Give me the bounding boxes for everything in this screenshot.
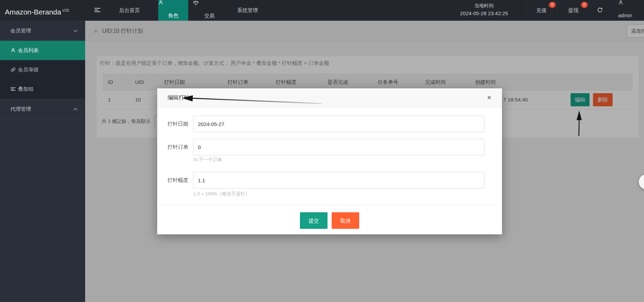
recharge-badge: 0	[549, 2, 556, 8]
inject-date-input[interactable]	[193, 116, 484, 132]
submit-button[interactable]: 提交	[300, 212, 328, 229]
edit-injection-modal: 编辑打针 × 打针日期 打针订单 0=下一个订单 打针幅度 1.0 = 100%…	[157, 88, 502, 234]
sidebar: 会员管理 会员列表 会员等级	[0, 21, 85, 302]
nav-item-roles[interactable]: 角色	[158, 0, 188, 21]
app-logo-text: Amazon-Beranda	[5, 8, 61, 16]
chevron-down-icon	[73, 30, 78, 32]
person-icon	[158, 0, 163, 5]
app-logo: Amazon-BerandaV20	[5, 0, 69, 21]
field-label-inject-date: 打针日期	[157, 116, 188, 132]
sidebar-group-member-label: 会员管理	[10, 28, 31, 33]
field-label-inject-order: 打针订单	[157, 139, 188, 155]
local-time: 当地时间 2024-05-28 23:42:25	[442, 0, 526, 21]
sidebar-group-member-management[interactable]: 会员管理	[0, 21, 85, 41]
app-logo-version: V20	[62, 8, 69, 12]
sidebar-item-member-level-label: 会员等级	[18, 67, 39, 72]
sidebar-item-member-list[interactable]: 会员列表	[0, 41, 85, 60]
local-time-label: 当地时间	[442, 3, 526, 9]
inject-order-input[interactable]	[193, 139, 484, 155]
refresh-icon	[597, 7, 603, 13]
nav-item-trade[interactable]: 交易	[193, 0, 226, 21]
user-menu[interactable]: admin	[610, 0, 644, 21]
inject-rate-input[interactable]	[193, 172, 484, 188]
sidebar-item-member-list-label: 会员列表	[18, 47, 39, 53]
cancel-button[interactable]: 取消	[332, 212, 359, 229]
inject-rate-hint: 1.0 = 100%（相当于没打）	[193, 191, 250, 197]
sidebar-item-stack-group[interactable]: 叠加组	[0, 79, 85, 99]
submit-button-label: 提交	[309, 218, 319, 224]
nav-item-system[interactable]: 系统管理	[230, 0, 265, 21]
user-icon	[618, 0, 623, 5]
chevron-up-icon	[73, 108, 78, 110]
nav-item-system-label: 系统管理	[237, 7, 258, 13]
sidebar-group-agent-label: 代理管理	[10, 106, 31, 112]
scales-icon	[193, 0, 199, 6]
menu-toggle-icon[interactable]	[90, 0, 104, 21]
refresh-button[interactable]	[589, 0, 611, 21]
cancel-button-label: 取消	[340, 218, 351, 224]
modal-header: 编辑打针 ×	[157, 88, 502, 107]
sidebar-item-stack-group-label: 叠加组	[18, 86, 33, 92]
sidebar-group-agent-management[interactable]: 代理管理	[0, 99, 85, 119]
field-label-inject-rate: 打针幅度	[157, 172, 188, 188]
top-navbar: Amazon-BerandaV20 后台首页 角色 交易 系统管理 当地时间 2…	[0, 0, 644, 21]
nav-item-home-label: 后台首页	[119, 7, 140, 13]
local-time-value: 2024-05-28 23:42:25	[442, 10, 526, 16]
nav-item-home[interactable]: 后台首页	[109, 0, 150, 21]
divider	[159, 205, 500, 205]
nav-item-roles-label: 角色	[168, 12, 179, 18]
hamburger-icon	[94, 8, 100, 12]
nav-item-trade-label: 交易	[204, 13, 215, 19]
username: admin	[618, 12, 632, 18]
modal-title: 编辑打针	[168, 88, 190, 107]
list-lines-icon	[10, 86, 16, 92]
person-icon	[10, 48, 16, 53]
recharge-label: 充值	[536, 7, 547, 13]
sidebar-item-member-level[interactable]: 会员等级	[0, 60, 85, 79]
inject-order-hint: 0=下一个订单	[193, 157, 222, 163]
withdraw-button[interactable]: 提现 0	[557, 0, 589, 21]
withdraw-badge: 0	[581, 2, 588, 8]
link-icon	[10, 67, 16, 72]
withdraw-label: 提现	[568, 7, 578, 13]
sidebar-submenu: 会员列表 会员等级 叠加组	[0, 41, 85, 99]
recharge-button[interactable]: 充值 0	[526, 0, 557, 21]
close-icon[interactable]: ×	[484, 92, 494, 103]
